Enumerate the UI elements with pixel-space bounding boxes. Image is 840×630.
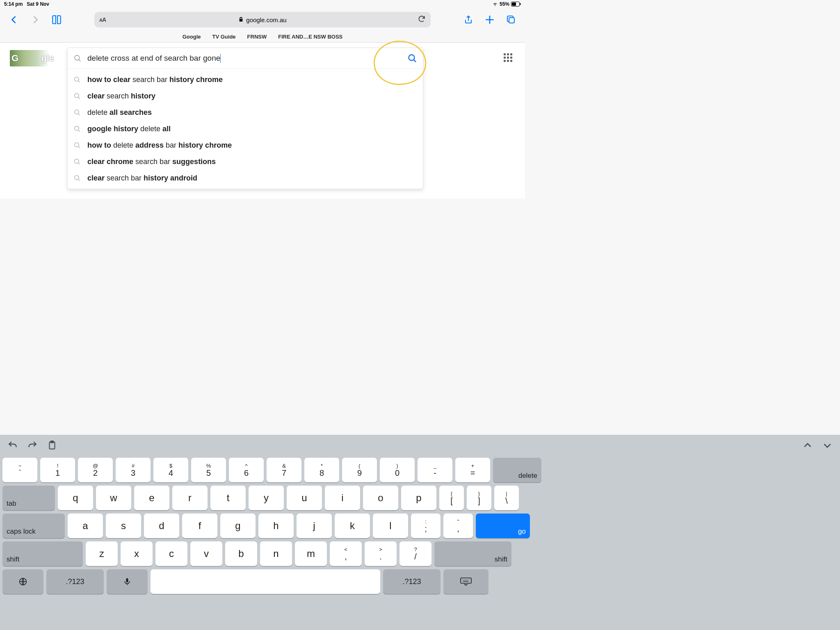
suggestion-item[interactable]: google history delete all [68, 121, 423, 137]
reload-button[interactable] [418, 15, 426, 25]
suggestion-list: how to clear search bar history chromecl… [68, 68, 423, 189]
svg-line-15 [78, 114, 80, 115]
lock-icon [238, 16, 244, 23]
suggestion-item[interactable]: how to clear search bar history chrome [68, 71, 423, 88]
google-doodle-logo[interactable]: G gle [10, 50, 56, 66]
svg-point-18 [75, 143, 79, 147]
search-icon [73, 109, 81, 116]
svg-line-13 [78, 97, 80, 99]
status-time: 5:14 pm [4, 1, 23, 7]
tabs-button[interactable] [502, 11, 520, 29]
svg-point-6 [75, 55, 80, 60]
reader-aa-button[interactable]: AA [99, 16, 106, 23]
bookmarks-button[interactable] [48, 11, 66, 29]
search-icon [73, 174, 81, 182]
suggestion-item[interactable]: clear search bar history android [68, 170, 423, 186]
svg-rect-2 [520, 3, 521, 5]
suggestion-item[interactable]: clear search history [68, 88, 423, 104]
webpage-content: G gle delete cross at end of search bar … [0, 43, 525, 199]
address-domain: google.com.au [246, 16, 286, 23]
search-input[interactable]: delete cross at end of search bar gone [87, 54, 402, 63]
suggestion-item[interactable]: delete all searches [68, 104, 423, 121]
svg-point-8 [409, 55, 415, 61]
forward-button[interactable] [26, 11, 44, 29]
svg-line-9 [414, 60, 416, 62]
svg-point-14 [75, 110, 79, 114]
favorite-link[interactable]: FIRE AND…E NSW BOSS [278, 34, 342, 40]
status-date: Sat 9 Nov [27, 1, 49, 7]
search-icon [73, 92, 81, 100]
svg-point-16 [75, 126, 79, 131]
svg-line-7 [79, 59, 80, 61]
svg-point-22 [75, 176, 79, 180]
svg-point-12 [75, 94, 79, 98]
svg-rect-5 [509, 18, 514, 23]
favorites-bar: Google TV Guide FRNSW FIRE AND…E NSW BOS… [0, 31, 525, 43]
search-icon [73, 54, 82, 62]
new-tab-button[interactable] [481, 11, 499, 29]
search-icon [73, 76, 81, 83]
favorite-link[interactable]: TV Guide [212, 34, 236, 40]
favorite-link[interactable]: FRNSW [247, 34, 267, 40]
back-button[interactable] [5, 11, 23, 29]
search-dropdown: delete cross at end of search bar gone h… [67, 48, 423, 189]
suggestion-item[interactable]: how to delete address bar history chrome [68, 137, 423, 153]
share-button[interactable] [459, 11, 477, 29]
search-submit-icon[interactable] [407, 53, 417, 63]
safari-toolbar: AA google.com.au [0, 8, 525, 31]
google-apps-icon[interactable] [504, 53, 514, 63]
address-bar[interactable]: AA google.com.au [94, 12, 431, 27]
search-icon [73, 125, 81, 132]
svg-line-23 [78, 179, 80, 181]
svg-line-21 [78, 163, 80, 164]
svg-line-11 [78, 81, 80, 82]
favorite-link[interactable]: Google [183, 34, 201, 40]
svg-point-20 [75, 159, 79, 164]
svg-rect-1 [512, 2, 516, 6]
status-bar: 5:14 pm Sat 9 Nov 55% [0, 0, 525, 8]
svg-point-10 [75, 77, 79, 82]
wifi-icon [492, 1, 498, 8]
search-icon [73, 158, 81, 165]
search-icon [73, 142, 81, 149]
svg-line-17 [78, 130, 80, 132]
battery-icon [511, 2, 521, 7]
suggestion-item[interactable]: clear chrome search bar suggestions [68, 153, 423, 170]
svg-line-19 [78, 146, 80, 148]
battery-percent: 55% [500, 1, 509, 7]
